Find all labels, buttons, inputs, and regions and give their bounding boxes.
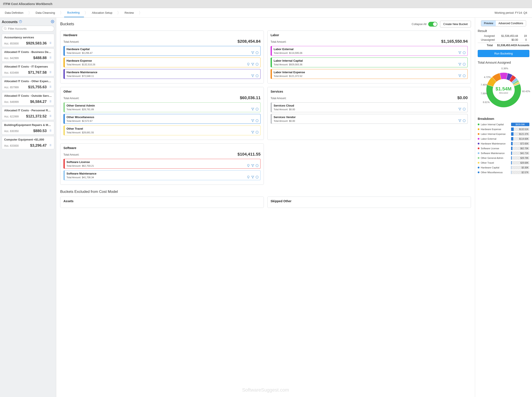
filter-icon[interactable] [458, 63, 461, 66]
sub-bucket[interactable]: Labor External Total Amount: $114,595.06 [271, 46, 468, 56]
list-icon[interactable] [48, 129, 52, 133]
filter-icon[interactable] [251, 74, 254, 78]
filter-icon[interactable] [458, 74, 461, 78]
bulb-icon[interactable] [247, 176, 250, 179]
sub-bucket-total-label: Total Amount: [67, 63, 81, 66]
donut-slice-label: 7.89% [481, 92, 488, 95]
account-name: Allocated IT Costs - Business Devel... [4, 50, 52, 54]
sub-bucket-name: Other Miscellaneous [67, 116, 259, 119]
sub-bucket-name: Labor Internal Capital [274, 59, 466, 62]
info-icon[interactable] [463, 119, 466, 123]
create-bucket-button[interactable]: Create New Bucket [440, 21, 471, 27]
account-card[interactable]: Building/Equipment Repairs & Maint... Ac… [2, 121, 54, 135]
sub-bucket[interactable]: Services Cloud Total Amount: $0.00 [271, 102, 468, 112]
breakdown-dot [478, 124, 479, 125]
sidebar-title: Accounts [2, 20, 18, 24]
breakdown-name: Other Travel [481, 161, 511, 164]
step-data-definition[interactable]: Data Definition [2, 8, 28, 17]
account-name: Allocated IT Costs - Outside Service... [4, 94, 52, 97]
sub-bucket[interactable]: Labor Internal Expense Total Amount: $12… [271, 69, 468, 79]
info-icon[interactable] [463, 51, 466, 55]
filter-icon[interactable] [251, 176, 254, 179]
step-data-cleansing[interactable]: Data Cleansing [32, 8, 59, 17]
account-card[interactable]: Allocated IT Costs - Business Devel... A… [2, 48, 54, 62]
sub-bucket[interactable]: Other Miscellaneous Total Amount: $2,572… [63, 114, 261, 124]
bulb-icon[interactable] [247, 63, 250, 66]
search-icon [4, 27, 7, 31]
sub-bucket[interactable]: Hardware Expense Total Amount: $132,510.… [63, 57, 261, 67]
step-bucketing[interactable]: Bucketing [64, 8, 84, 17]
sub-bucket-total-label: Total Amount: [67, 75, 81, 77]
account-name: Building/Equipment Repairs & Maint... [4, 123, 52, 127]
breakdown-dot [478, 162, 479, 164]
breakdown-row: Hardware Expense$132.51K [478, 127, 529, 131]
breakdown-name: Software Maintenance [481, 152, 511, 155]
filter-icon[interactable] [251, 164, 254, 167]
preview-tab[interactable]: Preview [481, 20, 496, 26]
chevron-right-icon: 〉 [60, 10, 64, 15]
info-icon[interactable] [256, 63, 259, 66]
filter-icon[interactable] [251, 108, 254, 111]
info-icon[interactable] [256, 108, 259, 111]
sub-bucket[interactable]: Services Vendor Total Amount: $0.00 [271, 114, 468, 124]
account-card[interactable]: Allocated IT Costs - Outside Service... … [2, 92, 54, 105]
account-card[interactable]: Allocated IT Costs - IT Expenses Acc. 63… [2, 63, 54, 76]
donut-slice-label: 0.38% [501, 67, 508, 70]
right-panel: Preview Advanced Conditions Result Assig… [475, 18, 532, 397]
list-icon[interactable] [48, 71, 52, 74]
sub-bucket[interactable]: Software Maintenance Total Amount: $41,7… [63, 170, 261, 180]
filter-icon[interactable] [251, 131, 254, 134]
sub-bucket[interactable]: Hardware Capital Total Amount: $3,296.47 [63, 46, 261, 56]
list-icon[interactable] [48, 56, 52, 60]
bucket-group-title: Other [63, 90, 261, 93]
advanced-conditions-tab[interactable]: Advanced Conditions [496, 20, 526, 26]
step-review[interactable]: Review [121, 8, 138, 17]
list-icon[interactable] [48, 114, 52, 118]
sub-bucket[interactable]: Labor Internal Capital Total Amount: $92… [271, 57, 468, 67]
info-icon[interactable] [256, 51, 259, 55]
breakdown-dot [478, 128, 479, 130]
svg-marker-77 [251, 108, 254, 111]
sub-bucket[interactable]: Software License Total Amount: $62,703.2… [63, 159, 261, 169]
info-icon[interactable] [256, 131, 259, 134]
filter-icon[interactable] [458, 119, 461, 123]
breakdown-dot [478, 143, 479, 144]
breakdown-dot [478, 157, 479, 159]
info-icon[interactable] [256, 164, 259, 167]
collapse-all-toggle[interactable] [428, 22, 437, 27]
account-card[interactable]: Allocated IT Costs - Personnel Relat... … [2, 107, 54, 120]
account-card[interactable]: Allocated IT Costs - Other Expenses Acc.… [2, 78, 54, 91]
step-allocation-setup[interactable]: Allocation Setup [89, 8, 117, 17]
account-card[interactable]: Accountancy services Acc. 653000 $929,58… [2, 34, 54, 47]
filter-icon[interactable] [251, 63, 254, 66]
list-icon[interactable] [48, 85, 52, 89]
breakdown-row: Software License$62.70K [478, 147, 529, 150]
breakdown-name: Other Miscellaneous [481, 171, 511, 174]
help-icon[interactable] [19, 20, 22, 24]
info-icon[interactable] [256, 119, 259, 123]
list-icon[interactable] [48, 41, 52, 45]
run-bucketing-button[interactable]: Run Bucketing [478, 50, 529, 57]
bucket-total-amount: $60,036.11 [240, 95, 261, 100]
info-icon[interactable] [256, 176, 259, 179]
bulb-icon[interactable] [247, 164, 250, 167]
filter-accounts-input[interactable] [2, 26, 54, 31]
filter-icon[interactable] [251, 119, 254, 123]
sub-bucket[interactable]: Hardware Maintenance Total Amount: $72,6… [63, 69, 261, 79]
info-icon[interactable] [463, 108, 466, 111]
sub-bucket[interactable]: Other General Admin Total Amount: $28,78… [63, 102, 261, 112]
sub-bucket[interactable]: Other Travel Total Amount: $28,681.55 [63, 125, 261, 135]
info-icon[interactable] [463, 74, 466, 78]
donut-chart: $1.54M Allocated 60.42%8.61%7.89%7.45%4.… [480, 66, 528, 114]
filter-icon[interactable] [458, 108, 461, 111]
bucket-group-title: Hardware [63, 33, 261, 37]
filter-icon[interactable] [251, 51, 254, 55]
info-icon[interactable] [463, 63, 466, 66]
excluded-title: Buckets Excluded from Cost Model [60, 190, 471, 194]
list-icon[interactable] [48, 100, 52, 104]
gear-icon[interactable] [51, 20, 54, 24]
filter-icon[interactable] [458, 51, 461, 55]
account-card[interactable]: Computer Equipment <$1,000 Acc. 633000 $… [2, 136, 54, 149]
list-icon[interactable] [48, 144, 52, 147]
info-icon[interactable] [256, 74, 259, 78]
